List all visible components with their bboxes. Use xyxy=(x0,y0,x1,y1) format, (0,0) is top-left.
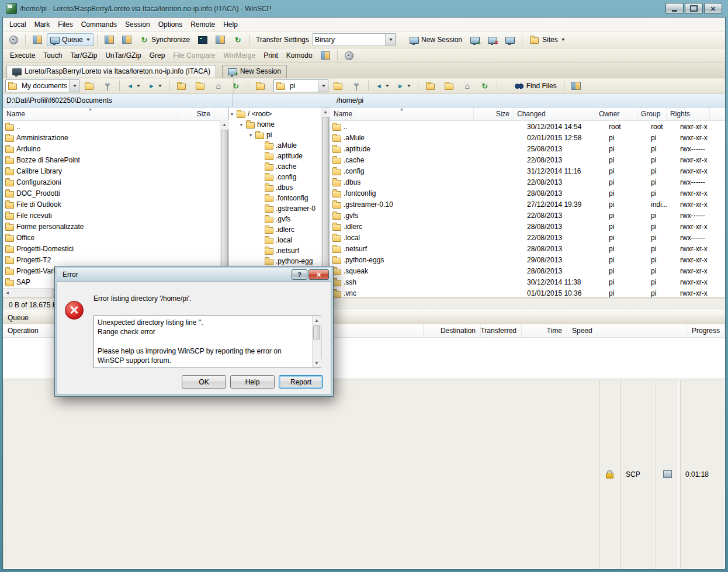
scroll-up-button[interactable] xyxy=(220,120,229,129)
scrollbar-thumb[interactable] xyxy=(322,117,329,279)
command-button[interactable]: Touch xyxy=(40,50,65,61)
remote-path-bar[interactable]: /home/pi xyxy=(233,94,725,107)
command-button[interactable]: File Compare xyxy=(169,50,219,61)
file-row[interactable]: Progetti-Domestici xyxy=(3,243,228,254)
file-row[interactable]: .idlerc 28/08/2013 pi pi rwxr-xr-x xyxy=(330,221,725,232)
synchronize-button[interactable]: Synchronize xyxy=(136,33,193,46)
local-parent-dir-button[interactable]: ↑ xyxy=(173,79,190,92)
tree-node[interactable]: home xyxy=(229,119,330,130)
error-details-box[interactable]: Unexpected directory listing line ''. Ra… xyxy=(93,316,321,368)
tree-node[interactable]: .gstreamer-0 xyxy=(229,203,330,214)
combo-dropdown-button[interactable] xyxy=(318,80,328,92)
explore-button[interactable] xyxy=(212,33,228,46)
file-row[interactable]: .ssh 30/12/2014 11:38 pi pi rwxr-xr-x xyxy=(330,276,725,287)
synchronize-browsing-button[interactable] xyxy=(119,33,135,46)
expand-toggle-icon[interactable] xyxy=(231,112,236,117)
command-button[interactable]: Tar/GZip xyxy=(67,50,100,61)
remote-column-group[interactable]: Group xyxy=(637,108,667,120)
file-row[interactable]: .local 22/08/2013 pi pi rwx------ xyxy=(330,232,725,243)
file-row[interactable]: File di Outlook xyxy=(3,199,228,210)
scroll-left-button[interactable] xyxy=(3,289,12,297)
sites-button[interactable]: Sites xyxy=(526,33,568,46)
queue-column-header[interactable]: Speed xyxy=(567,324,687,337)
tree-node[interactable]: .local xyxy=(229,235,330,245)
close-button[interactable] xyxy=(704,3,722,14)
tree-vertical-scrollbar[interactable] xyxy=(321,108,330,289)
menu-item[interactable]: Local xyxy=(5,19,30,30)
file-row[interactable]: Amministrazione xyxy=(3,132,228,143)
scroll-down-button[interactable] xyxy=(313,359,321,368)
customize-commands-button[interactable] xyxy=(341,49,358,62)
local-bookmark-button[interactable] xyxy=(81,79,98,92)
file-row[interactable]: Bozze di SharePoint xyxy=(3,154,228,165)
details-scrollbar[interactable] xyxy=(312,316,321,368)
remote-column-name[interactable]: Name xyxy=(330,108,474,120)
file-row[interactable]: Calibre Library xyxy=(3,165,228,176)
file-row[interactable]: .config 31/12/2014 11:16 pi pi rwxr-xr-x xyxy=(330,165,725,176)
local-forward-button[interactable] xyxy=(145,81,165,91)
dialog-help-button[interactable] xyxy=(292,269,307,280)
tree-node[interactable]: .dbus xyxy=(229,182,330,193)
menu-item[interactable]: Session xyxy=(121,19,154,30)
transfer-mode-combobox[interactable]: Binary xyxy=(313,33,396,46)
remote-root-dir-button[interactable] xyxy=(441,79,458,92)
menu-item[interactable]: Options xyxy=(154,19,186,30)
file-row[interactable]: .gstreamer-0.10 27/12/2014 19:39 pi indi… xyxy=(330,199,725,210)
maximize-button[interactable] xyxy=(685,3,703,14)
local-filter-button[interactable] xyxy=(99,79,116,92)
tree-node[interactable]: .config xyxy=(229,172,330,182)
preferences-button[interactable] xyxy=(5,33,22,46)
tree-node[interactable]: .python-egg xyxy=(229,256,330,266)
local-back-button[interactable] xyxy=(123,81,144,91)
remote-sync-browsing-button[interactable] xyxy=(568,79,584,92)
console-button[interactable] xyxy=(195,33,211,46)
rename-session-button[interactable] xyxy=(502,33,518,46)
protocol-section[interactable]: SCP xyxy=(620,380,654,568)
command-button[interactable]: UnTar/GZip xyxy=(102,50,144,61)
tree-node[interactable]: .cache xyxy=(229,161,330,172)
encryption-status-section[interactable] xyxy=(599,380,619,568)
tree-node[interactable]: pi xyxy=(229,130,330,140)
remote-column-rights[interactable]: Rights xyxy=(667,108,710,120)
file-row[interactable]: Forme personalizzate xyxy=(3,221,228,232)
compare-directories-button[interactable] xyxy=(101,33,117,46)
file-row[interactable]: .python-eggs 29/08/2013 pi pi rwxr-xr-x xyxy=(330,254,725,265)
dialog-title-bar[interactable]: Error xyxy=(57,268,331,281)
local-drive-combobox[interactable]: My documents xyxy=(5,79,79,92)
file-row[interactable]: File ricevuti xyxy=(3,210,228,221)
close-session-button[interactable] xyxy=(484,33,501,46)
tree-node[interactable]: / <root> xyxy=(229,109,330,119)
session-tab-new[interactable]: New Session xyxy=(222,65,287,78)
report-button[interactable]: Report xyxy=(279,375,323,389)
queue-toggle-button[interactable]: Queue xyxy=(47,33,93,46)
local-path-bar[interactable]: D:\Dati\Profili\f602250\Documents xyxy=(3,94,233,107)
dock-button[interactable] xyxy=(29,33,46,46)
expand-toggle-icon[interactable] xyxy=(240,122,245,127)
minimize-button[interactable] xyxy=(665,3,684,14)
queue-column-header[interactable]: Transferred xyxy=(481,324,522,337)
menu-item[interactable]: Help xyxy=(219,19,242,30)
ok-button[interactable]: OK xyxy=(182,375,226,389)
new-session-button[interactable]: New Session xyxy=(406,33,466,46)
command-button[interactable]: Execute xyxy=(6,50,39,61)
tree-node[interactable]: .fontconfig xyxy=(229,193,330,203)
tree-node[interactable]: .idlerc xyxy=(229,224,330,235)
queue-column-header[interactable]: Progress xyxy=(687,324,725,337)
remote-back-button[interactable] xyxy=(372,81,393,91)
menu-item[interactable]: Remote xyxy=(186,19,219,30)
file-row[interactable]: .squeak 28/08/2013 pi pi rwxr-xr-x xyxy=(330,265,725,276)
file-row[interactable]: .. 30/12/2014 14:54 root root rwxr-xr-x xyxy=(330,121,725,132)
remote-column-owner[interactable]: Owner xyxy=(595,108,637,120)
remote-parent-dir-button[interactable]: ↑ xyxy=(422,79,439,92)
session-tab-active[interactable]: Loreto/RaspBerry/Loreto via Itaca/loreto… xyxy=(6,65,216,78)
find-files-button[interactable]: Find Files xyxy=(511,79,560,92)
remote-column-size[interactable]: Size xyxy=(474,108,514,120)
remote-dir-combobox[interactable]: pi xyxy=(273,79,328,92)
queue-column-header[interactable]: Destination xyxy=(424,324,481,337)
command-button[interactable]: WinMerge xyxy=(220,50,259,61)
title-bar[interactable]: /home/pi - Loreto/RaspBerry/Loreto via I… xyxy=(2,0,726,17)
queue-column-header[interactable]: Time xyxy=(522,324,567,337)
remote-home-button[interactable] xyxy=(459,79,476,92)
file-row[interactable]: .. xyxy=(3,121,228,132)
tree-node[interactable]: .aMule xyxy=(229,140,330,151)
